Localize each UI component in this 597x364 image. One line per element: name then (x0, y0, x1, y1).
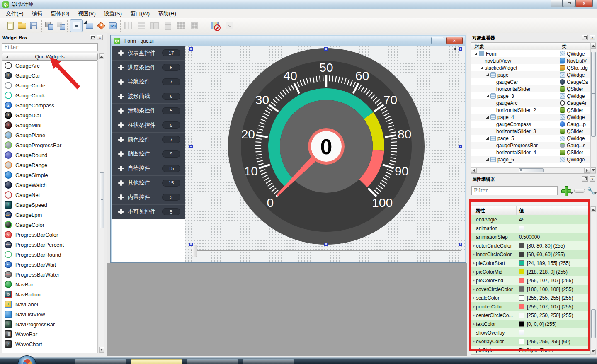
column-property[interactable]: 属性 (471, 206, 517, 215)
edit-widgets-button[interactable] (70, 19, 83, 32)
gauge-arc-widget[interactable]: 01020304050607080901000 (227, 47, 426, 246)
property-row-pieColorMid[interactable]: pieColorMid[218, 218, 0] (255) (471, 267, 590, 276)
property-row-showOverlay[interactable]: showOverlay (471, 328, 590, 337)
scroll-up-button[interactable] (591, 43, 596, 49)
widget-box-item-gaugecompass[interactable]: ▴GaugeCompass (2, 100, 97, 110)
restore-button[interactable] (563, 0, 575, 7)
widget-box-item-navlabel[interactable]: +NavLabel (2, 299, 97, 309)
widget-box-item-gaugecircle[interactable]: GaugeCircle (2, 80, 97, 90)
edit-tab-order-button[interactable]: 123 (107, 20, 118, 31)
property-value-cell[interactable] (517, 226, 524, 231)
column-class[interactable]: 类 (559, 43, 567, 50)
layout-grid-button[interactable] (176, 20, 187, 31)
property-row-textColor[interactable]: textColor[0, 0, 0] (255) (471, 320, 590, 328)
property-value-cell[interactable]: [24, 189, 155] (255) (517, 260, 570, 266)
property-value-cell[interactable]: [255, 107, 107] (255) (517, 278, 573, 284)
widget-box-item-navbutton[interactable]: ⚙NavButton (2, 289, 97, 299)
menu-item-4[interactable]: 设置(S) (100, 9, 126, 19)
widget-box-item-navprogressbar[interactable]: +NavProgressBar (2, 319, 97, 329)
layout-horizontal-button[interactable] (123, 20, 133, 31)
nav-item-0[interactable]: 仪表盘控件17 (112, 46, 185, 61)
configure-button[interactable]: 🔧 (587, 186, 596, 195)
scroll-right-button[interactable] (584, 168, 590, 173)
layout-vertical-button[interactable] (136, 20, 147, 31)
nav-item-4[interactable]: 滑动条控件5 (112, 104, 185, 118)
nav-item-3[interactable]: 波形曲线6 (112, 89, 185, 104)
object-tree-row-Form[interactable]: FormQWidge (471, 50, 590, 57)
edit-signals-slots-button[interactable] (84, 20, 95, 31)
property-row-outerCircleColor[interactable]: outerCircleColor[80, 80, 80] (255) (471, 241, 590, 250)
widget-box-item-gaugenet[interactable]: GaugeNet (2, 190, 97, 200)
widget-box-item-navbar[interactable]: NavBar (2, 279, 97, 289)
property-row-overlayColor[interactable]: overlayColor[255, 255, 255] (60) (471, 337, 590, 346)
break-layout-button[interactable] (209, 20, 220, 31)
object-tree-row-page_4[interactable]: page_4QWidge (471, 114, 590, 121)
property-value-cell[interactable]: [255, 255, 255] (255) (517, 295, 573, 301)
object-tree-vscrollbar[interactable] (590, 42, 596, 174)
widget-filter-input[interactable] (2, 43, 98, 51)
selection-handle-bottom-center[interactable] (324, 243, 328, 246)
menu-item-6[interactable]: 帮助(H) (154, 9, 180, 19)
scrollbar-thumb[interactable] (519, 168, 544, 172)
property-row-animation[interactable]: animation (471, 224, 590, 233)
close-panel-button[interactable]: × (590, 176, 595, 182)
expanded-icon[interactable] (480, 66, 483, 69)
new-form-button[interactable] (5, 20, 16, 31)
float-panel-button[interactable] (90, 35, 95, 40)
menu-item-5[interactable]: 窗口(W) (126, 9, 154, 19)
selection-handle-top-left[interactable] (189, 47, 193, 51)
property-value-cell[interactable]: 45 (517, 217, 524, 223)
overlap-squares-button-1[interactable] (44, 20, 55, 31)
property-row-scaleColor[interactable]: scaleColor[255, 255, 255] (255) (471, 294, 590, 302)
widget-box-item-gaugecolor[interactable]: GaugeColor (2, 220, 97, 230)
object-tree-row-horizontalSlider[interactable]: horizontalSliderQSlider (471, 85, 590, 92)
nav-item-8[interactable]: 自绘控件15 (112, 161, 185, 176)
widget-box-item-gaugeround[interactable]: GaugeRound (2, 150, 97, 160)
property-filter-input[interactable] (471, 186, 558, 195)
widget-box-item-wavebar[interactable]: ▕▊WaveBar (2, 329, 97, 339)
object-tree-row-horizontalSlider_4[interactable]: horizontalSlider_4QSlider (471, 149, 590, 156)
scroll-up-button[interactable] (591, 206, 596, 212)
scroll-down-button[interactable] (591, 349, 596, 354)
selection-handle-mid-left[interactable] (189, 145, 193, 148)
object-tree-row-gaugeCar[interactable]: gaugeCarGaugeCa (471, 78, 590, 85)
scrollbar-thumb[interactable] (591, 309, 596, 338)
nav-item-10[interactable]: 内置控件3 (112, 190, 185, 205)
property-value-cell[interactable]: PieStyle_Three (517, 347, 553, 353)
float-panel-button[interactable] (582, 176, 588, 182)
selection-handle-bottom-left[interactable] (189, 243, 193, 246)
property-vscrollbar[interactable] (590, 206, 596, 355)
expanded-icon[interactable] (486, 95, 489, 97)
expanded-icon[interactable] (486, 116, 489, 119)
scrollbar-thumb[interactable] (591, 52, 596, 137)
close-button[interactable]: × (575, 0, 593, 7)
widget-box-item-gaugearc[interactable]: GaugeArc (2, 61, 97, 70)
property-value-cell[interactable]: [80, 80, 80] (255) (517, 243, 565, 249)
form-minimize-button[interactable]: – (431, 37, 444, 44)
object-tree-row-horizontalSlider_3[interactable]: horizontalSlider_3QSlider (471, 128, 590, 135)
widget-box-item-gaugedial[interactable]: /GaugeDial (2, 110, 97, 120)
column-value[interactable]: 值 (517, 206, 524, 215)
widget-box-item-progressbarpercent[interactable]: 50%ProgressBarPercent (2, 240, 97, 250)
taskbar-button-2[interactable] (131, 359, 182, 364)
object-tree-row-stackedWidget[interactable]: stackedWidgetQSta...dg (471, 64, 590, 71)
widget-box-item-progressbarcolor[interactable]: ∿ProgressBarColor (2, 230, 97, 240)
menu-item-2[interactable]: 窗体(O) (47, 9, 74, 19)
adjust-size-button[interactable] (224, 20, 235, 31)
close-panel-button[interactable]: × (97, 35, 103, 40)
widget-box-item-gaugelpm[interactable]: 2.27GaugeLpm (2, 210, 97, 220)
selection-handle-top-right[interactable] (459, 47, 462, 51)
menu-item-3[interactable]: 视图(V) (73, 9, 100, 19)
widget-box-item-progressbarwater[interactable]: 74%ProgressBarWater (2, 269, 97, 279)
scrollbar-thumb[interactable] (100, 172, 104, 228)
selection-handle-mid-right[interactable] (459, 145, 462, 148)
stacked-prev-page-icon[interactable] (451, 47, 456, 51)
widget-box-item-wavechart[interactable]: ╱WaveChart (2, 339, 97, 349)
nav-item-11[interactable]: 不可见控件5 (112, 205, 185, 219)
property-value-cell[interactable]: [218, 218, 0] (255) (517, 269, 568, 275)
overlap-squares-button-2[interactable] (56, 20, 66, 31)
selection-handle-top-center[interactable] (324, 47, 328, 51)
object-tree-row-page[interactable]: pageQWidge (471, 71, 590, 78)
nav-item-5[interactable]: 柱状条控件5 (112, 118, 185, 133)
object-tree-row-horizontalSlider_2[interactable]: horizontalSlider_2QSlider (471, 107, 590, 114)
